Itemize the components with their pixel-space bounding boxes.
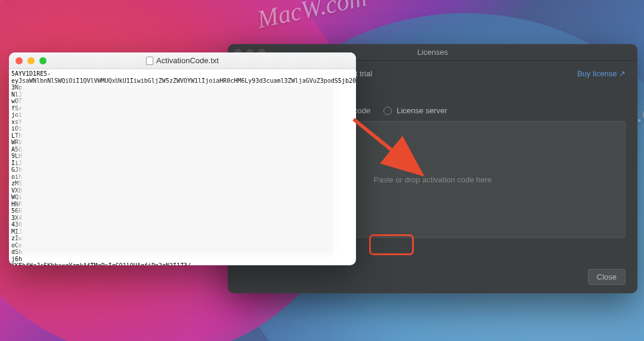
window-close-icon[interactable] xyxy=(16,57,23,64)
radio-label: License server xyxy=(397,106,447,115)
close-button[interactable]: Close xyxy=(588,269,626,285)
buy-license-link[interactable]: Buy license ↗ xyxy=(577,69,626,78)
window-maximize-icon[interactable] xyxy=(39,57,47,64)
blur-overlay xyxy=(18,85,334,255)
radio-license-server[interactable]: License server xyxy=(383,106,447,115)
placeholder-text: Paste or drop activation code here xyxy=(373,175,491,184)
radio-icon xyxy=(383,107,392,115)
window-minimize-icon[interactable] xyxy=(27,57,35,64)
dialog-title: Licenses xyxy=(417,48,448,57)
document-icon xyxy=(146,57,153,65)
titlebar: ActivationCode.txt xyxy=(9,52,356,69)
window-title: ActivationCode.txt xyxy=(156,56,219,65)
